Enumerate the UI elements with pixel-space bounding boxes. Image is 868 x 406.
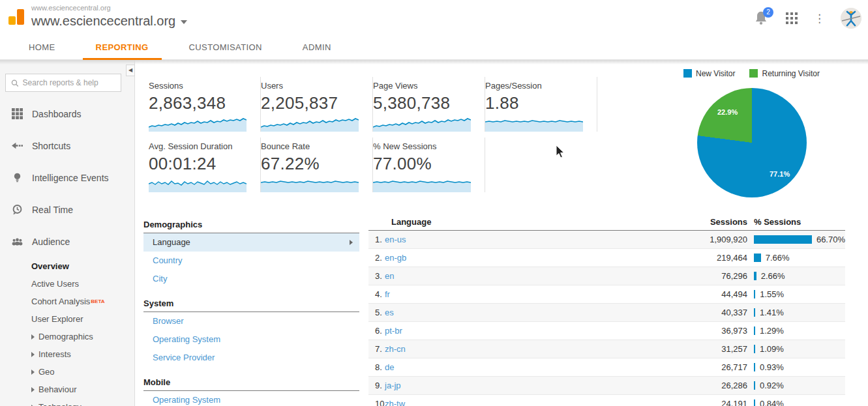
metric-label: Pages/Session	[485, 81, 597, 91]
row-rank: 5.	[368, 304, 385, 322]
legend-swatch-new-visitor	[683, 69, 692, 78]
language-link[interactable]: zh-cn	[385, 340, 669, 358]
col-header-pct-sessions: % Sessions	[747, 217, 845, 227]
avatar[interactable]	[841, 8, 861, 29]
account-selector[interactable]: www.esciencecentral.org	[31, 14, 187, 29]
metric-bounce-rate: Bounce Rate 67.22%	[261, 138, 373, 192]
table-row: 7. zh-cn 31,257 1.09%	[368, 340, 845, 358]
sidebar-child-label: Behaviour	[38, 381, 77, 398]
pct-bar	[754, 272, 756, 280]
sidebar: Dashboards Shortcuts Intelligence Events	[0, 60, 135, 406]
pct-bar	[754, 399, 755, 406]
panel-link-service-provider[interactable]: Service Provider	[143, 349, 359, 367]
pct-bar	[754, 254, 761, 262]
tab-admin[interactable]: ADMIN	[290, 36, 344, 60]
table-row: 9. ja-jp 26,286 0.92%	[368, 377, 845, 395]
table-row: 4. fr 44,494 1.55%	[368, 285, 845, 304]
pct-bar	[754, 381, 755, 390]
new-sessions-sparkline	[373, 175, 471, 192]
row-rank: 2.	[368, 249, 385, 267]
panel-link-operating-system[interactable]: Operating System	[143, 330, 359, 349]
sidebar-child-label: Demographics	[38, 328, 93, 345]
legend-swatch-returning-visitor	[749, 69, 758, 78]
sidebar-item-user-explorer[interactable]: User Explorer	[0, 310, 135, 328]
sidebar-child-label: Cohort Analysis	[31, 293, 90, 310]
analytics-logo-icon	[8, 8, 26, 27]
tab-home[interactable]: HOME	[16, 36, 68, 60]
sidebar-item-demographics[interactable]: Demographics	[0, 328, 135, 345]
sidebar-item-dashboards[interactable]: Dashboards	[0, 98, 135, 130]
pct-value: 1.29%	[760, 322, 784, 340]
dashboards-grid-icon	[12, 108, 23, 119]
pct-bar	[754, 290, 755, 298]
legend-label: New Visitor	[696, 69, 735, 78]
sidebar-item-label: Dashboards	[32, 109, 82, 119]
panel-link-label: Country	[153, 252, 183, 270]
sidebar-item-overview[interactable]: Overview	[0, 257, 135, 275]
sessions-value: 36,973	[669, 322, 747, 340]
language-link[interactable]: zh-tw	[385, 395, 669, 406]
metric-value: 2,205,837	[261, 93, 372, 113]
panel-link-language[interactable]: Language	[143, 233, 359, 252]
language-link[interactable]: pt-br	[385, 322, 669, 340]
search-input[interactable]	[23, 78, 115, 87]
sidebar-item-real-time[interactable]: Real Time	[0, 194, 135, 225]
language-link[interactable]: en	[385, 267, 669, 285]
search-box	[5, 74, 121, 92]
legend-label: Returning Visitor	[762, 69, 820, 78]
metric-value: 5,380,738	[373, 93, 485, 113]
sidebar-collapse-button[interactable]: ◀	[126, 65, 135, 76]
pct-value: 1.41%	[760, 304, 784, 322]
sidebar-child-label: User Explorer	[31, 310, 83, 328]
language-link[interactable]: en-us	[385, 231, 669, 249]
pct-bar	[754, 363, 755, 371]
row-rank: 7.	[368, 340, 385, 358]
apps-grid-icon[interactable]	[785, 12, 798, 25]
metric-value: 1.88	[485, 93, 597, 113]
sidebar-item-cohort-analysis[interactable]: Cohort AnalysisBETA	[0, 293, 135, 310]
visitors-pie-chart	[697, 88, 807, 197]
more-menu-icon[interactable]: ⋮	[814, 13, 825, 24]
panel-link-mobile-operating-system[interactable]: Operating System	[143, 391, 359, 406]
panel-link-browser[interactable]: Browser	[143, 312, 359, 330]
sidebar-item-technology[interactable]: Technology	[0, 398, 135, 406]
language-link[interactable]: fr	[385, 285, 669, 304]
sidebar-item-behaviour[interactable]: Behaviour	[0, 381, 135, 398]
pages-per-session-sparkline	[485, 115, 583, 132]
language-link[interactable]: ja-jp	[385, 377, 669, 395]
pct-value: 2.66%	[761, 267, 785, 285]
sidebar-item-audience[interactable]: Audience	[0, 225, 135, 257]
metrics-row-2: Avg. Session Duration 00:01:24 Bounce Ra…	[149, 138, 597, 192]
panel-link-city[interactable]: City	[143, 270, 359, 288]
sidebar-child-label: Active Users	[31, 275, 79, 293]
sidebar-item-interests[interactable]: Interests	[0, 345, 135, 363]
sidebar-item-intelligence-events[interactable]: Intelligence Events	[0, 162, 135, 194]
sidebar-child-label: Interests	[38, 345, 71, 363]
sidebar-item-shortcuts[interactable]: Shortcuts	[0, 130, 135, 162]
metric-label: Page Views	[373, 81, 485, 91]
language-link[interactable]: es	[385, 304, 669, 322]
tab-reporting[interactable]: REPORTING	[83, 36, 162, 60]
sessions-value: 76,296	[669, 267, 747, 285]
panel-link-country[interactable]: Country	[143, 252, 359, 270]
language-link[interactable]: en-gb	[385, 249, 669, 267]
notifications-button[interactable]: 2	[754, 10, 770, 27]
sessions-value: 24,191	[669, 395, 747, 406]
beta-badge: BETA	[91, 293, 104, 310]
dimensions-panel: Demographics Language Country City Syste…	[143, 217, 359, 406]
col-header-language: Language	[368, 217, 669, 227]
panel-link-label: Operating System	[153, 391, 220, 406]
sidebar-item-active-users[interactable]: Active Users	[0, 275, 135, 293]
metric-sessions: Sessions 2,863,348	[149, 77, 261, 132]
pct-value: 0.84%	[760, 395, 784, 406]
bounce-rate-sparkline	[261, 175, 359, 192]
sessions-value: 31,257	[669, 340, 747, 358]
sidebar-item-geo[interactable]: Geo	[0, 363, 135, 381]
expand-arrow-icon	[31, 334, 35, 340]
expand-arrow-icon	[31, 352, 35, 357]
tab-customisation[interactable]: CUSTOMISATION	[176, 36, 275, 60]
table-row: 3. en 76,296 2.66%	[368, 267, 845, 285]
legend-item-returning-visitor: Returning Visitor	[749, 69, 820, 78]
panel-section-mobile: Mobile	[143, 375, 359, 391]
language-link[interactable]: de	[385, 358, 669, 377]
